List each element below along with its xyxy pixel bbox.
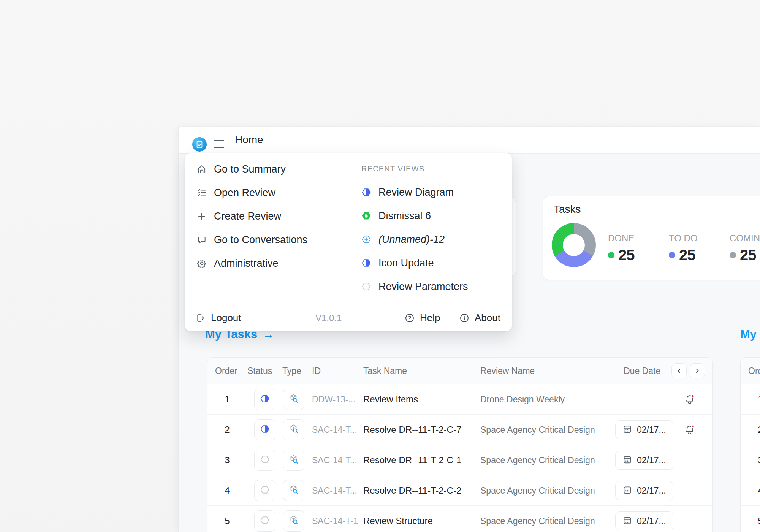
recent-views-label: RECENT VIEWS: [361, 165, 424, 173]
calendar-icon: [622, 454, 632, 466]
menu-item-list: Go to SummaryOpen ReviewCreate ReviewGo …: [185, 153, 349, 304]
version-label: V1.0.1: [315, 304, 342, 331]
hexagon-plus-icon: [361, 234, 371, 244]
clipboard-check-icon: [195, 140, 204, 149]
status-button[interactable]: [254, 419, 276, 440]
task-name: Resolve DR--11-T-2-C-7: [363, 415, 461, 445]
help-label: Help: [420, 312, 440, 324]
menu-item-go-to-summary[interactable]: Go to Summary: [185, 157, 349, 181]
hexagon-half-icon: [361, 258, 371, 268]
stat-to-do: TO DO25: [669, 233, 729, 264]
app-logo-clipboard-check-icon[interactable]: [192, 137, 207, 152]
checklist-icon: [197, 188, 207, 198]
about-button[interactable]: About: [459, 304, 500, 331]
table-header: Order Status Type ID Task Name Review Na…: [207, 358, 712, 384]
recent-view-item[interactable]: (Unnamed)-12: [349, 228, 512, 251]
col-due-date: Due Date: [624, 358, 660, 384]
stat-dot-icon: [730, 252, 736, 258]
hexagon-outline-icon: [260, 454, 270, 466]
calendar-icon: [622, 424, 632, 435]
stat-done: DONE25: [608, 233, 668, 264]
col-task-name: Task Name: [363, 358, 407, 384]
col-review-name: Review Name: [480, 358, 535, 384]
cube-search-icon: [288, 515, 299, 527]
hamburger-menu-icon[interactable]: [214, 140, 224, 149]
table-row[interactable]: 3SAC-14-T...Resolve DR--11-T-2-C-1Space …: [207, 445, 712, 475]
type-button[interactable]: [283, 419, 304, 440]
help-button[interactable]: Help: [405, 304, 440, 331]
hexagon-outline-icon: [361, 282, 371, 291]
status-button[interactable]: [254, 480, 276, 501]
review-name: Space Agency Critical Design: [480, 415, 595, 445]
table-row[interactable]: 5SAC-14-T-1Review StructureSpace Agency …: [207, 506, 712, 532]
home-icon: [197, 164, 207, 174]
task-name: Resolve DR--11-T-2-C-1: [363, 445, 461, 475]
recent-view-item[interactable]: Dismissal 6: [349, 204, 512, 228]
task-id: DDW-13-...: [312, 384, 356, 415]
task-id: SAC-14-T...: [312, 475, 357, 506]
tasks-card: Tasks DONE25TO DO25COMING25: [543, 196, 760, 280]
tasks-card-title: Tasks: [554, 203, 581, 215]
table-row[interactable]: 2: [741, 415, 760, 445]
due-date-button[interactable]: 02/17...: [615, 481, 673, 500]
type-button[interactable]: [283, 450, 304, 471]
info-circle-icon: [459, 313, 469, 323]
task-id: SAC-14-T...: [312, 415, 357, 445]
table-row[interactable]: 1: [741, 384, 760, 415]
table-row[interactable]: 5: [741, 506, 760, 532]
table-row[interactable]: 2SAC-14-T...Resolve DR--11-T-2-C-7Space …: [207, 415, 712, 445]
notification-bell-icon[interactable]: [684, 424, 696, 436]
chevron-right-icon[interactable]: [690, 363, 705, 378]
status-button[interactable]: [254, 450, 276, 471]
due-date-button[interactable]: 02/17...: [615, 420, 673, 439]
titlebar: Home: [179, 127, 760, 153]
task-name: Review Structure: [363, 506, 433, 532]
gear-icon: [197, 258, 207, 268]
secondary-table-header: Order: [741, 358, 760, 384]
cube-search-icon: [288, 424, 299, 436]
type-button[interactable]: [283, 389, 304, 410]
cube-search-icon: [288, 393, 299, 405]
logout-icon: [196, 313, 206, 323]
menu-item-create-review[interactable]: Create Review: [185, 204, 349, 228]
recent-view-item[interactable]: Icon Update: [349, 251, 512, 275]
task-id: SAC-14-T...: [312, 445, 357, 475]
menu-item-go-to-conversations[interactable]: Go to Conversations: [185, 228, 349, 252]
hexagon-outline-icon: [260, 485, 270, 496]
status-button[interactable]: [254, 510, 276, 532]
menu-item-open-review[interactable]: Open Review: [185, 181, 349, 204]
col-order: Order: [215, 358, 238, 384]
type-button[interactable]: [283, 480, 304, 501]
review-name: Space Agency Critical Design: [480, 506, 595, 532]
question-circle-icon: [405, 313, 415, 323]
due-date-button[interactable]: 02/17...: [615, 511, 673, 530]
secondary-heading-label: My: [740, 328, 757, 341]
calendar-icon: [622, 515, 632, 527]
table-row[interactable]: 1DDW-13-...Review ItemsDrone Design Week…: [207, 384, 712, 415]
chevron-left-icon[interactable]: [671, 363, 687, 378]
table-row[interactable]: 4: [741, 475, 760, 506]
stat-dot-icon: [608, 252, 614, 258]
status-button[interactable]: [254, 389, 276, 410]
secondary-heading-link[interactable]: My: [740, 328, 757, 341]
hexagon-half-icon: [260, 394, 270, 405]
menu-footer: Logout V1.0.1 Help About: [185, 304, 512, 331]
table-row[interactable]: 3: [741, 445, 760, 475]
col-id: ID: [312, 358, 321, 384]
recent-view-item[interactable]: Review Parameters: [349, 275, 512, 298]
recent-view-item[interactable]: Review Diagram: [349, 180, 512, 204]
logout-label: Logout: [211, 312, 241, 324]
table-row[interactable]: 4SAC-14-T...Resolve DR--11-T-2-C-2Space …: [207, 475, 712, 506]
stat-coming: COMING25: [730, 233, 760, 264]
notification-bell-icon[interactable]: [684, 393, 696, 405]
type-button[interactable]: [283, 510, 304, 532]
logout-button[interactable]: Logout: [196, 304, 241, 331]
menu-item-administrative[interactable]: Administrative: [185, 252, 349, 275]
cube-search-icon: [288, 454, 299, 466]
recent-views-panel: RECENT VIEWS Review DiagramDismissal 6(U…: [349, 153, 512, 304]
due-date-button[interactable]: 02/17...: [615, 451, 673, 470]
col-order: Order: [748, 358, 760, 384]
review-name: Space Agency Critical Design: [480, 445, 595, 475]
about-label: About: [475, 312, 500, 324]
review-name: Drone Design Weekly: [480, 384, 565, 415]
